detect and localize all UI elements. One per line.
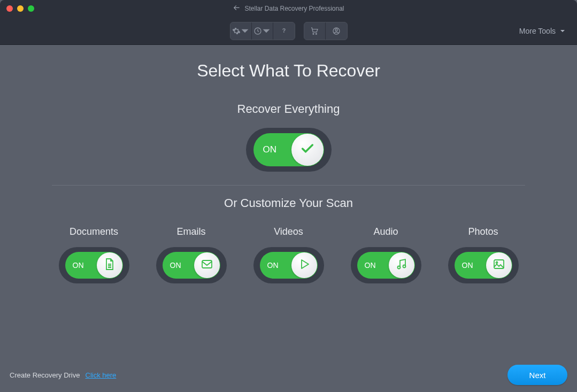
toggle-knob: [486, 252, 512, 278]
titlebar: Stellar Data Recovery Professional: [0, 0, 577, 17]
footer-left: Create Recovery Drive Click here: [10, 371, 116, 379]
svg-point-5: [335, 29, 337, 31]
category-videos-label: Videos: [274, 226, 303, 237]
more-tools-button[interactable]: More Tools: [519, 27, 565, 35]
window-title-text: Stellar Data Recovery Professional: [244, 5, 344, 12]
image-icon: [493, 258, 505, 273]
recover-everything-toggle-wrap: ON: [246, 128, 332, 172]
page-title: Select What To Recover: [197, 61, 380, 81]
recover-everything-toggle[interactable]: ON: [253, 133, 324, 166]
svg-rect-6: [202, 260, 212, 268]
check-icon: [300, 141, 315, 158]
history-button[interactable]: [252, 22, 273, 40]
category-emails: Emails ON: [156, 226, 227, 283]
chevron-down-icon: [560, 27, 565, 35]
svg-point-7: [397, 266, 400, 269]
toggle-knob: [291, 134, 324, 166]
toggle-frame: ON: [156, 247, 227, 283]
svg-point-3: [316, 33, 317, 34]
photos-toggle[interactable]: ON: [455, 252, 512, 279]
toggle-frame: ON: [59, 247, 129, 283]
maximize-window-button[interactable]: [28, 5, 34, 12]
email-icon: [201, 258, 213, 273]
divider: [52, 185, 525, 186]
document-icon: [103, 258, 116, 273]
customize-label: Or Customize Your Scan: [224, 196, 353, 210]
toolbar-center: ?: [230, 22, 348, 40]
create-recovery-drive-label: Create Recovery Drive: [10, 371, 80, 379]
chevron-down-icon: [241, 27, 249, 35]
window-title: Stellar Data Recovery Professional: [233, 4, 344, 13]
category-documents: Documents ON: [59, 226, 129, 283]
svg-text:?: ?: [282, 27, 286, 34]
toggle-on-label: ON: [73, 261, 84, 270]
toggle-on-label: ON: [263, 144, 277, 155]
help-button[interactable]: ?: [273, 22, 295, 40]
category-documents-label: Documents: [70, 226, 118, 237]
svg-point-10: [496, 262, 497, 264]
footer: Create Recovery Drive Click here Next: [0, 362, 577, 392]
category-audio-label: Audio: [373, 226, 398, 237]
toggle-knob: [291, 252, 317, 278]
toggle-frame: ON: [253, 247, 324, 283]
toolbar-group-account: [304, 22, 348, 40]
toggle-knob: [194, 252, 220, 278]
category-videos: Videos ON: [253, 226, 324, 283]
toggle-frame: ON: [448, 247, 519, 283]
emails-toggle[interactable]: ON: [163, 252, 220, 279]
svg-point-8: [403, 265, 405, 268]
toggle-knob: [97, 252, 122, 278]
close-window-button[interactable]: [6, 5, 13, 12]
toggle-on-label: ON: [170, 261, 181, 270]
toolbar-group-settings: ?: [230, 22, 295, 40]
toggle-frame: ON: [351, 247, 421, 283]
settings-button[interactable]: [230, 22, 252, 40]
toggle-knob: [389, 252, 414, 278]
videos-toggle[interactable]: ON: [260, 252, 318, 279]
music-icon: [395, 258, 408, 273]
minimize-window-button[interactable]: [17, 5, 24, 12]
chevron-down-icon: [262, 27, 271, 35]
toggle-on-label: ON: [462, 261, 473, 270]
toggle-frame: ON: [246, 128, 332, 172]
documents-toggle[interactable]: ON: [65, 252, 123, 279]
toolbar: ? More Tools: [0, 17, 577, 45]
window-controls: [6, 5, 34, 12]
more-tools-label: More Tools: [519, 27, 556, 35]
next-button-label: Next: [529, 371, 546, 380]
toggle-on-label: ON: [365, 261, 376, 270]
play-icon: [298, 258, 311, 273]
category-emails-label: Emails: [176, 226, 205, 237]
next-button[interactable]: Next: [507, 365, 567, 385]
category-photos-label: Photos: [468, 226, 498, 237]
svg-rect-9: [494, 260, 504, 268]
content: Select What To Recover Recover Everythin…: [0, 45, 577, 392]
svg-point-2: [313, 33, 314, 34]
category-photos: Photos ON: [448, 226, 519, 283]
app-window: Stellar Data Recovery Professional ?: [0, 0, 577, 392]
categories: Documents ON Emails: [59, 226, 519, 283]
click-here-link[interactable]: Click here: [86, 371, 117, 379]
recover-everything-label: Recover Everything: [237, 102, 340, 116]
category-audio: Audio ON: [351, 226, 421, 283]
cart-button[interactable]: [304, 22, 326, 40]
user-button[interactable]: [326, 22, 347, 40]
toggle-on-label: ON: [267, 261, 279, 270]
audio-toggle[interactable]: ON: [357, 252, 415, 279]
back-icon: [233, 4, 240, 13]
